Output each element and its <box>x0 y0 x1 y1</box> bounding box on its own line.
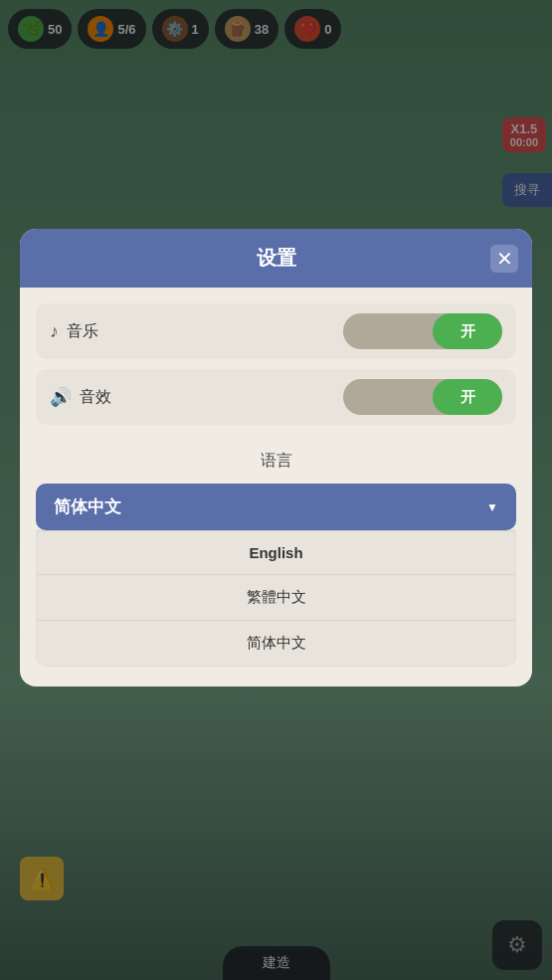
lang-option-cn-label: 简体中文 <box>247 634 306 651</box>
language-selected-label: 简体中文 <box>54 495 121 518</box>
lang-option-tw-label: 繁體中文 <box>247 588 306 605</box>
sfx-setting-row: 🔊 音效 开 <box>36 369 516 425</box>
sfx-label-group: 🔊 音效 <box>50 386 343 408</box>
modal-close-button[interactable]: ✕ <box>490 245 518 273</box>
music-setting-row: ♪ 音乐 开 <box>36 303 516 359</box>
music-toggle[interactable]: 开 <box>343 313 502 349</box>
language-option-tw[interactable]: 繁體中文 <box>37 574 515 620</box>
music-label-group: ♪ 音乐 <box>50 321 343 342</box>
settings-modal: 设置 ✕ ♪ 音乐 开 🔊 音效 开 <box>20 229 532 686</box>
sfx-toggle-on: 开 <box>433 379 502 415</box>
modal-header: 设置 ✕ <box>20 229 532 288</box>
lang-option-en-label: English <box>249 544 302 561</box>
language-section-label: 语言 <box>36 451 516 472</box>
chevron-down-icon: ▼ <box>486 500 498 514</box>
language-dropdown-trigger[interactable]: 简体中文 ▼ <box>36 484 516 530</box>
music-toggle-on: 开 <box>433 313 502 349</box>
language-option-cn[interactable]: 简体中文 <box>37 620 515 666</box>
language-dropdown-list: English 繁體中文 简体中文 <box>36 530 516 667</box>
music-icon: ♪ <box>50 321 59 342</box>
close-icon: ✕ <box>496 247 513 271</box>
language-option-en[interactable]: English <box>37 530 515 574</box>
sfx-label: 音效 <box>80 387 111 408</box>
modal-body: ♪ 音乐 开 🔊 音效 开 <box>20 288 532 425</box>
sfx-toggle-label: 开 <box>460 388 475 407</box>
sfx-icon: 🔊 <box>50 386 72 408</box>
modal-title: 设置 <box>257 245 296 272</box>
sfx-toggle[interactable]: 开 <box>343 379 502 415</box>
music-label: 音乐 <box>67 321 98 342</box>
music-toggle-label: 开 <box>460 322 475 341</box>
language-section: 语言 简体中文 ▼ English 繁體中文 简体中文 <box>20 435 532 667</box>
